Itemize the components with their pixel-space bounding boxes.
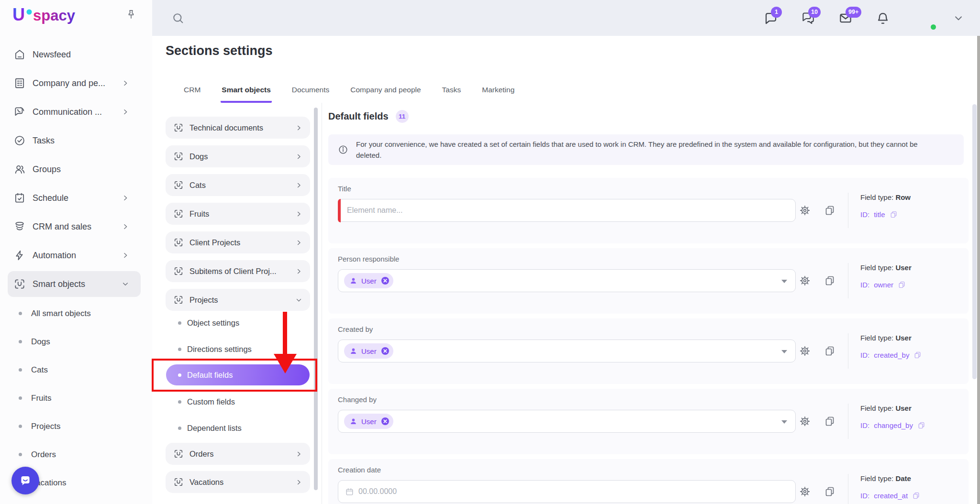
user-menu-chevron-icon[interactable]	[953, 13, 964, 23]
field-card-changed-by: Changed by User Field type: User ID: cha…	[328, 389, 969, 454]
panel-subitem-custom-fields[interactable]: Custom fields	[178, 394, 235, 409]
field-settings-button[interactable]	[799, 275, 811, 286]
element-name-field	[338, 199, 796, 222]
chevron-right-icon	[295, 239, 302, 246]
person-responsible-select[interactable]: User	[338, 269, 796, 292]
tab-documents[interactable]: Documents	[291, 86, 330, 103]
field-type-label: Field type:	[860, 474, 893, 482]
sidebar-item-smart-objects[interactable]: Smart objects	[0, 270, 152, 298]
sidebar-item-crm[interactable]: CRM and sales	[0, 212, 152, 241]
search-icon[interactable]	[171, 11, 185, 25]
panel-scrollbar[interactable]	[314, 108, 318, 490]
dropdown-caret-icon[interactable]	[781, 420, 787, 424]
field-duplicate-button[interactable]	[824, 345, 835, 357]
sidebar-item-automation[interactable]: Automation	[0, 241, 152, 270]
dropdown-caret-icon[interactable]	[781, 280, 787, 283]
window-scrollbar-track[interactable]	[977, 36, 980, 504]
panel-subitem-dependent-lists[interactable]: Dependent lists	[178, 421, 242, 435]
user-chip[interactable]: User	[344, 343, 393, 359]
sidebar-subitem-orders[interactable]: Orders	[0, 440, 152, 469]
object-item-projects[interactable]: Projects	[166, 289, 310, 311]
bullet-icon	[178, 427, 181, 430]
field-duplicate-button[interactable]	[824, 205, 835, 216]
field-settings-button[interactable]	[799, 345, 811, 357]
created-by-select[interactable]: User	[338, 340, 796, 362]
person-icon	[349, 277, 357, 285]
tab-tasks[interactable]: Tasks	[441, 86, 462, 103]
info-banner: For your convenience, we have created a …	[328, 134, 964, 165]
field-id-label: ID:	[860, 351, 869, 359]
meta-divider	[848, 263, 848, 298]
tab-marketing[interactable]: Marketing	[481, 86, 515, 103]
support-chat-button[interactable]	[11, 467, 39, 494]
chevron-right-icon	[295, 450, 302, 458]
remove-chip-icon[interactable]	[380, 416, 390, 426]
uspacy-logo[interactable]: U spacy	[11, 5, 83, 28]
sidebar-subitem-all-smart-objects[interactable]: All smart objects	[0, 299, 152, 328]
copy-id-icon[interactable]	[917, 421, 925, 429]
sidebar-item-newsfeed[interactable]: Newsfeed	[0, 40, 152, 69]
notifications-button[interactable]	[876, 11, 890, 25]
bullet-icon	[19, 396, 22, 400]
tab-smart-objects[interactable]: Smart objects	[221, 86, 272, 103]
group-chats-button[interactable]: 10	[801, 11, 815, 25]
creation-date-field[interactable]: 00.00.0000	[338, 480, 796, 503]
sidebar-subitem-cats[interactable]: Cats	[0, 356, 152, 384]
tab-crm[interactable]: CRM	[183, 86, 201, 103]
sidebar-item-schedule[interactable]: Schedule	[0, 184, 152, 212]
sidebar-item-communication[interactable]: Communication ...	[0, 98, 152, 126]
u-brackets-icon	[173, 295, 184, 305]
sidebar-subitem-projects[interactable]: Projects	[0, 412, 152, 440]
chevron-down-icon	[295, 296, 302, 304]
bullet-icon	[19, 368, 22, 372]
field-duplicate-button[interactable]	[824, 275, 835, 286]
object-item-vacations[interactable]: Vacations	[166, 471, 310, 493]
object-item-subitems-client-projects[interactable]: Subitems of Client Proj...	[166, 260, 310, 282]
remove-chip-icon[interactable]	[380, 346, 390, 356]
sidebar-subitem-fruits[interactable]: Fruits	[0, 384, 152, 412]
user-chip[interactable]: User	[344, 273, 393, 288]
sidebar-item-company[interactable]: Company and pe...	[0, 69, 152, 98]
remove-chip-icon[interactable]	[380, 276, 390, 285]
person-icon	[349, 417, 357, 426]
sidebar-subitem-dogs[interactable]: Dogs	[0, 328, 152, 356]
copy-id-icon[interactable]	[912, 492, 920, 500]
sidebar-item-groups[interactable]: Groups	[0, 155, 152, 184]
copy-id-icon[interactable]	[890, 210, 898, 219]
changed-by-select[interactable]: User	[338, 410, 796, 433]
bullet-icon	[19, 340, 22, 343]
panel-subitem-directions-settings[interactable]: Directions settings	[178, 342, 252, 356]
phone-chat-icon	[13, 106, 26, 118]
object-item-cats[interactable]: Cats	[166, 174, 310, 196]
content-scrollbar[interactable]	[972, 104, 977, 379]
panel-subitem-object-settings[interactable]: Object settings	[178, 316, 239, 330]
sidebar-item-tasks[interactable]: Tasks	[0, 126, 152, 155]
field-type-value: Row	[895, 193, 911, 201]
field-settings-button[interactable]	[799, 486, 811, 497]
pin-sidebar-icon[interactable]	[125, 9, 137, 20]
copy-id-icon[interactable]	[898, 281, 906, 289]
user-avatar[interactable]	[910, 5, 937, 32]
object-item-client-projects[interactable]: Client Projects	[166, 231, 310, 253]
object-item-fruits[interactable]: Fruits	[166, 203, 310, 225]
element-name-input[interactable]	[338, 199, 795, 221]
field-type-label: Field type:	[860, 334, 893, 342]
dropdown-caret-icon[interactable]	[781, 350, 787, 353]
check-circle-icon	[13, 134, 26, 147]
chat-button[interactable]: 1	[764, 11, 778, 25]
uspacy-app: U spacy Newsfeed Company and pe... Commu…	[0, 0, 980, 504]
copy-id-icon[interactable]	[913, 351, 922, 359]
object-item-dogs[interactable]: Dogs	[166, 145, 310, 167]
field-settings-button[interactable]	[799, 205, 811, 216]
user-chip[interactable]: User	[344, 414, 393, 429]
mail-button[interactable]: 99+	[838, 11, 853, 25]
panel-subitem-default-fields[interactable]: Default fields	[166, 364, 310, 385]
tab-company-and-people[interactable]: Company and people	[349, 86, 422, 103]
field-duplicate-button[interactable]	[824, 416, 835, 427]
object-item-orders[interactable]: Orders	[166, 443, 310, 465]
field-duplicate-button[interactable]	[824, 486, 835, 497]
object-item-technical-documents[interactable]: Technical documents	[166, 117, 310, 139]
field-id-label: ID:	[860, 281, 869, 289]
field-id-label: ID:	[860, 421, 869, 429]
field-settings-button[interactable]	[799, 416, 811, 427]
